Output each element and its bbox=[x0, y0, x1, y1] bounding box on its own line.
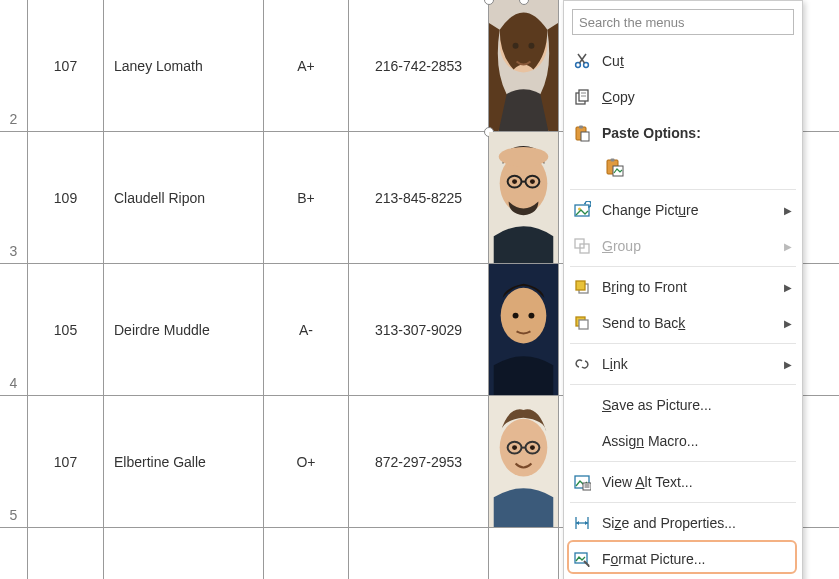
menu-separator bbox=[570, 502, 796, 503]
paste-picture-icon bbox=[605, 158, 625, 178]
row-header[interactable]: 2 bbox=[0, 0, 28, 131]
menu-label: Paste Options: bbox=[602, 125, 792, 141]
chevron-right-icon: ▶ bbox=[784, 205, 792, 216]
cell-id[interactable]: 107 bbox=[28, 396, 104, 527]
menu-separator bbox=[570, 384, 796, 385]
size-icon bbox=[572, 513, 592, 533]
row-header[interactable]: 5 bbox=[0, 396, 28, 527]
change-picture-icon bbox=[572, 200, 592, 220]
cell-name[interactable]: Elbertine Galle bbox=[104, 396, 264, 527]
cell-phone[interactable]: 213-845-8225 bbox=[349, 132, 489, 263]
row-header[interactable]: 4 bbox=[0, 264, 28, 395]
menu-label: Format Picture... bbox=[602, 551, 792, 567]
chevron-right-icon: ▶ bbox=[784, 282, 792, 293]
svg-point-22 bbox=[530, 445, 535, 450]
menu-label: Group bbox=[602, 238, 778, 254]
menu-label: Cut bbox=[602, 53, 792, 69]
cell[interactable] bbox=[104, 528, 264, 579]
menu-label: Save as Picture... bbox=[602, 397, 792, 413]
cell[interactable] bbox=[349, 528, 489, 579]
menu-label: Send to Back bbox=[602, 315, 778, 331]
cell-phone[interactable]: 216-742-2853 bbox=[349, 0, 489, 131]
person-photo bbox=[489, 0, 558, 131]
menu-separator bbox=[570, 461, 796, 462]
chevron-right-icon: ▶ bbox=[784, 318, 792, 329]
menu-label: Assign Macro... bbox=[602, 433, 792, 449]
menu-search-input[interactable] bbox=[572, 9, 794, 35]
group-icon bbox=[572, 236, 592, 256]
menu-item-view-alt-text[interactable]: View Alt Text... bbox=[564, 464, 802, 500]
cell-photo[interactable] bbox=[489, 0, 559, 131]
menu-label: Change Picture bbox=[602, 202, 778, 218]
cell-name[interactable]: Deirdre Muddle bbox=[104, 264, 264, 395]
cell-photo[interactable] bbox=[489, 132, 559, 263]
cell[interactable] bbox=[489, 528, 559, 579]
menu-item-copy[interactable]: Copy bbox=[564, 79, 802, 115]
cell-id[interactable]: 107 bbox=[28, 0, 104, 131]
svg-point-10 bbox=[512, 179, 517, 184]
menu-item-bring-to-front[interactable]: Bring to Front ▶ bbox=[564, 269, 802, 305]
cell-name[interactable]: Laney Lomath bbox=[104, 0, 264, 131]
context-menu: Cut Copy Paste Options: Change Picture ▶… bbox=[563, 0, 803, 579]
format-picture-icon bbox=[572, 549, 592, 569]
svg-point-14 bbox=[513, 313, 519, 319]
menu-item-link[interactable]: Link ▶ bbox=[564, 346, 802, 382]
menu-separator bbox=[570, 266, 796, 267]
row-header[interactable]: 3 bbox=[0, 132, 28, 263]
menu-label: Link bbox=[602, 356, 778, 372]
cell-grade[interactable]: A+ bbox=[264, 0, 349, 131]
cell[interactable] bbox=[28, 528, 104, 579]
menu-item-cut[interactable]: Cut bbox=[564, 43, 802, 79]
menu-separator bbox=[570, 189, 796, 190]
cell-name[interactable]: Claudell Ripon bbox=[104, 132, 264, 263]
menu-search bbox=[572, 9, 794, 35]
svg-rect-33 bbox=[581, 132, 589, 141]
menu-item-save-as-picture[interactable]: Save as Picture... bbox=[564, 387, 802, 423]
menu-label: Bring to Front bbox=[602, 279, 778, 295]
cell-grade[interactable]: O+ bbox=[264, 396, 349, 527]
person-photo bbox=[489, 396, 558, 527]
cut-icon bbox=[572, 51, 592, 71]
menu-item-size-and-properties[interactable]: Size and Properties... bbox=[564, 505, 802, 541]
menu-label: Size and Properties... bbox=[602, 515, 792, 531]
menu-separator bbox=[570, 343, 796, 344]
paste-option-button[interactable] bbox=[602, 155, 628, 181]
svg-rect-32 bbox=[579, 126, 583, 129]
svg-point-11 bbox=[530, 179, 535, 184]
svg-rect-45 bbox=[579, 320, 588, 329]
menu-item-assign-macro[interactable]: Assign Macro... bbox=[564, 423, 802, 459]
alt-text-icon bbox=[572, 472, 592, 492]
cell-phone[interactable]: 313-307-9029 bbox=[349, 264, 489, 395]
cell-grade[interactable]: A- bbox=[264, 264, 349, 395]
cell-photo[interactable] bbox=[489, 264, 559, 395]
menu-item-send-to-back[interactable]: Send to Back ▶ bbox=[564, 305, 802, 341]
menu-item-group: Group ▶ bbox=[564, 228, 802, 264]
paste-options-row bbox=[564, 151, 802, 187]
svg-point-24 bbox=[584, 63, 589, 68]
paste-icon bbox=[572, 123, 592, 143]
person-photo bbox=[489, 132, 558, 263]
menu-label: Copy bbox=[602, 89, 792, 105]
cell[interactable] bbox=[264, 528, 349, 579]
copy-icon bbox=[572, 87, 592, 107]
svg-point-6 bbox=[499, 147, 549, 167]
send-to-back-icon bbox=[572, 313, 592, 333]
svg-point-13 bbox=[501, 288, 547, 344]
menu-item-change-picture[interactable]: Change Picture ▶ bbox=[564, 192, 802, 228]
svg-point-3 bbox=[528, 43, 534, 49]
cell-grade[interactable]: B+ bbox=[264, 132, 349, 263]
svg-point-21 bbox=[512, 445, 517, 450]
menu-item-paste-options: Paste Options: bbox=[564, 115, 802, 151]
menu-item-format-picture[interactable]: Format Picture... bbox=[564, 541, 802, 577]
cell-id[interactable]: 105 bbox=[28, 264, 104, 395]
svg-point-23 bbox=[576, 63, 581, 68]
bring-to-front-icon bbox=[572, 277, 592, 297]
row-header[interactable] bbox=[0, 528, 28, 579]
svg-rect-35 bbox=[611, 159, 615, 162]
svg-rect-43 bbox=[576, 281, 585, 290]
cell-phone[interactable]: 872-297-2953 bbox=[349, 396, 489, 527]
person-photo bbox=[489, 264, 558, 395]
cell-photo[interactable] bbox=[489, 396, 559, 527]
blank-icon bbox=[572, 395, 592, 415]
cell-id[interactable]: 109 bbox=[28, 132, 104, 263]
